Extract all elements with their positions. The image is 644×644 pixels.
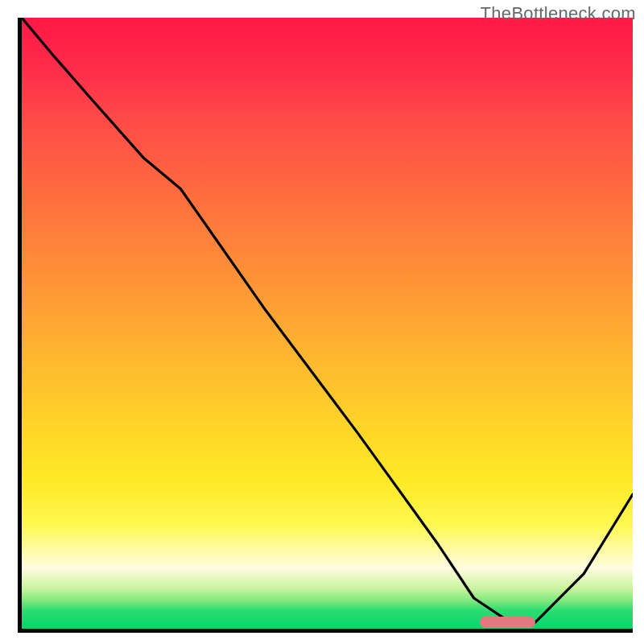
bottleneck-curve (22, 18, 633, 629)
watermark-text: TheBottleneck.com (481, 3, 636, 24)
optimum-marker (480, 617, 535, 628)
plot-area (18, 18, 633, 633)
chart-container: TheBottleneck.com (0, 0, 644, 644)
